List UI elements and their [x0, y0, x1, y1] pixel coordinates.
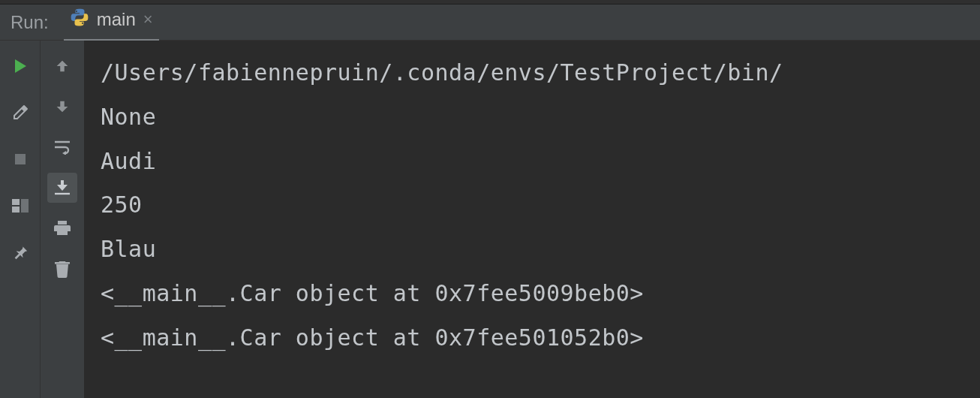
stop-button[interactable]	[5, 144, 35, 174]
clear-all-button[interactable]	[47, 254, 77, 284]
down-stack-button[interactable]	[47, 92, 77, 122]
console-line: Blau	[101, 228, 966, 272]
console-line: /Users/fabiennepruin/.conda/envs/TestPro…	[101, 51, 966, 95]
pin-button[interactable]	[5, 237, 35, 267]
svg-rect-2	[12, 207, 20, 213]
python-file-icon	[70, 8, 89, 32]
console-line: None	[101, 95, 966, 140]
soft-wrap-button[interactable]	[47, 132, 77, 162]
run-panel-label: Run:	[11, 12, 49, 33]
layout-button[interactable]	[5, 191, 35, 221]
run-tab-bar: Run: main ×	[0, 5, 980, 41]
svg-rect-3	[21, 199, 29, 213]
tab-title: main	[97, 9, 136, 30]
up-stack-button[interactable]	[47, 51, 77, 81]
console-actions-column	[41, 41, 84, 398]
console-line: <__main__.Car object at 0x7fee5009beb0>	[101, 272, 966, 316]
scroll-to-end-button[interactable]	[47, 173, 77, 203]
run-body: /Users/fabiennepruin/.conda/envs/TestPro…	[0, 41, 980, 398]
rerun-button[interactable]	[5, 51, 35, 81]
tab-main[interactable]: main ×	[64, 3, 159, 42]
svg-rect-4	[55, 262, 70, 264]
console-line: Audi	[101, 140, 966, 184]
edit-config-button[interactable]	[5, 98, 35, 128]
console-line: <__main__.Car object at 0x7fee501052b0>	[101, 316, 966, 360]
svg-rect-0	[15, 154, 26, 164]
close-tab-icon[interactable]: ×	[143, 11, 153, 28]
print-button[interactable]	[47, 213, 77, 243]
svg-rect-1	[12, 199, 20, 205]
console-output[interactable]: /Users/fabiennepruin/.conda/envs/TestPro…	[84, 41, 980, 398]
run-actions-column	[0, 41, 41, 398]
console-line: 250	[101, 183, 966, 228]
